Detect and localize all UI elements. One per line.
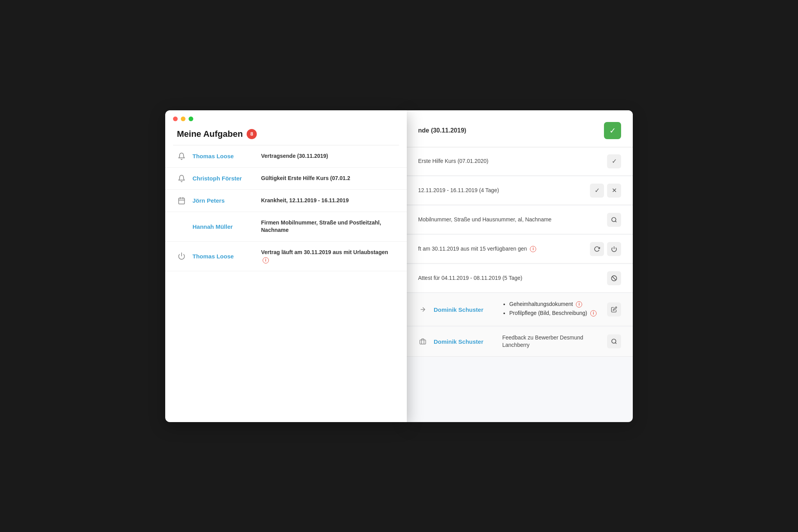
right-task-row: ft am 30.11.2019 aus mit 15 verfügbaren … <box>406 235 633 263</box>
check-action-button-2[interactable]: ✓ <box>590 184 604 198</box>
refresh-action-button[interactable] <box>590 242 604 256</box>
right-task-content-2: 12.11.2019 - 16.11.2019 (4 Tage) <box>418 187 584 194</box>
task-row: Hannah Müller Firmen Mobilnummer, Straße… <box>165 212 407 242</box>
left-panel: Meine Aufgaben 8 Thomas Loose Vertragsen… <box>165 110 407 422</box>
task-row: Thomas Loose Vertrag läuft am 30.11.2019… <box>165 242 407 271</box>
right-task-row: Dominik Schuster Geheimhaltungsdokument … <box>406 293 633 326</box>
right-person-name-2[interactable]: Dominik Schuster <box>434 338 496 345</box>
right-task-actions-5 <box>607 271 621 285</box>
close-traffic-light[interactable] <box>173 117 178 121</box>
x-action-button[interactable]: ✕ <box>607 184 621 198</box>
right-task-content-3: Mobilnummer, Straße und Hausnummer, al, … <box>418 216 601 224</box>
right-task-actions-1: ✓ <box>607 154 621 168</box>
task-desc-4: Firmen Mobilnummer, Straße und Postleitz… <box>261 219 395 234</box>
right-task-row: 12.11.2019 - 16.11.2019 (4 Tage) ✓ ✕ <box>406 177 633 205</box>
right-task-content-1: Erste Hilfe Kurs (07.01.2020) <box>418 157 601 165</box>
person-name-2[interactable]: Christoph Förster <box>192 175 255 182</box>
right-panel: nde (30.11.2019) ✓ Erste Hilfe Kurs (07.… <box>406 110 633 422</box>
right-task-content-5: Attest für 04.11.2019 - 08.11.2019 (5 Ta… <box>418 274 601 282</box>
power-icon <box>177 252 186 260</box>
person-name-5[interactable]: Thomas Loose <box>192 253 255 260</box>
task-desc-5: Vertrag läuft am 30.11.2019 aus mit Urla… <box>261 249 395 264</box>
right-task-content-4: ft am 30.11.2019 aus mit 15 verfügbaren … <box>418 245 584 253</box>
minimize-traffic-light[interactable] <box>181 117 185 121</box>
svg-point-12 <box>612 339 616 343</box>
right-task-actions-3 <box>607 213 621 227</box>
right-task-row: Erste Hilfe Kurs (07.01.2020) ✓ <box>406 147 633 176</box>
task-row: Christoph Förster Gültigkeit Erste Hilfe… <box>165 168 407 190</box>
svg-point-5 <box>612 217 616 222</box>
info-icon-3[interactable]: i <box>576 301 582 308</box>
right-task-row: Mobilnummer, Straße und Hausnummer, al, … <box>406 206 633 234</box>
right-header-title: nde (30.11.2019) <box>418 127 466 134</box>
left-header: Meine Aufgaben 8 <box>165 121 407 145</box>
task-list: Thomas Loose Vertragsende (30.11.2019) C… <box>165 145 407 271</box>
arrow-right-icon <box>418 306 427 313</box>
task-desc-2: Gültigkeit Erste Hilfe Kurs (07.01.2 <box>261 175 395 182</box>
briefcase-icon <box>418 338 427 345</box>
right-header: nde (30.11.2019) ✓ <box>406 110 633 147</box>
check-action-button[interactable]: ✓ <box>607 154 621 168</box>
svg-rect-11 <box>420 340 426 345</box>
info-icon[interactable]: i <box>263 257 269 263</box>
right-task-bullets-1: Geheimhaltungsdokument i Profilpflege (B… <box>502 300 601 319</box>
svg-line-6 <box>615 221 616 222</box>
power-action-button[interactable] <box>607 242 621 256</box>
task-badge: 8 <box>247 129 257 139</box>
right-task-actions-2: ✓ ✕ <box>590 184 621 198</box>
bell-icon-2 <box>177 175 186 182</box>
right-person-name-1[interactable]: Dominik Schuster <box>434 306 496 313</box>
right-task-actions-4 <box>590 242 621 256</box>
task-desc-3: Krankheit, 12.11.2019 - 16.11.2019 <box>261 197 395 205</box>
svg-rect-0 <box>179 198 185 204</box>
right-task-actions-6 <box>607 302 621 316</box>
right-task-row: Dominik Schuster Feedback zu Bewerber De… <box>406 327 633 357</box>
person-name-3[interactable]: Jörn Peters <box>192 197 255 204</box>
calendar-icon <box>177 197 186 205</box>
traffic-lights <box>165 110 407 121</box>
bell-icon <box>177 152 186 160</box>
task-row: Thomas Loose Vertragsende (30.11.2019) <box>165 145 407 168</box>
task-desc-1: Vertragsende (30.11.2019) <box>261 152 395 160</box>
svg-line-9 <box>612 276 616 280</box>
right-task-row: Attest für 04.11.2019 - 08.11.2019 (5 Ta… <box>406 264 633 293</box>
right-task-content-7: Feedback zu Bewerber Desmund Lanchberry <box>502 334 601 349</box>
person-name-4[interactable]: Hannah Müller <box>192 223 255 230</box>
search-action-button[interactable] <box>607 213 621 227</box>
block-action-button[interactable] <box>607 271 621 285</box>
info-icon-4[interactable]: i <box>590 310 597 316</box>
info-icon-2[interactable]: i <box>530 246 536 252</box>
right-task-list: Erste Hilfe Kurs (07.01.2020) ✓ 12.11.20… <box>406 147 633 357</box>
svg-line-13 <box>615 343 616 344</box>
search-action-button-2[interactable] <box>607 334 621 348</box>
confirm-button[interactable]: ✓ <box>604 122 621 139</box>
task-row: Jörn Peters Krankheit, 12.11.2019 - 16.1… <box>165 190 407 212</box>
page-title: Meine Aufgaben <box>177 129 243 139</box>
person-name-1[interactable]: Thomas Loose <box>192 153 255 159</box>
edit-action-button[interactable] <box>607 302 621 316</box>
fullscreen-traffic-light[interactable] <box>189 117 193 121</box>
right-task-actions-7 <box>607 334 621 348</box>
